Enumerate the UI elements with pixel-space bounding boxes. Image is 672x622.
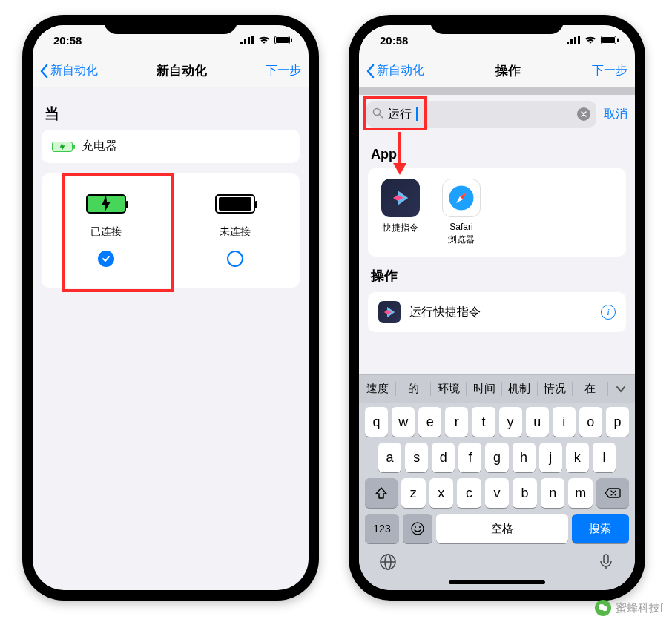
phone-left: 20:58 新自动化 新自动化 (22, 15, 319, 601)
key-row-2: a s d f g h j k l (362, 443, 632, 472)
app-safari[interactable]: Safari 浏览器 (439, 179, 484, 246)
key-l[interactable]: l (593, 443, 616, 472)
action-run-shortcut[interactable]: 运行快捷指令 i (368, 292, 626, 332)
app-safari-label1: Safari (449, 222, 472, 232)
wechat-icon (595, 600, 611, 616)
search-row: 运行 取消 (359, 95, 635, 133)
charger-card[interactable]: 充电器 (42, 130, 300, 163)
nav-title: 新自动化 (157, 62, 207, 79)
back-button[interactable]: 新自动化 (366, 63, 424, 79)
key-emoji[interactable] (403, 514, 432, 543)
key-123[interactable]: 123 (365, 514, 399, 543)
cancel-button[interactable]: 取消 (604, 107, 627, 122)
key-shift[interactable] (365, 478, 398, 508)
notch (430, 15, 564, 34)
key-space[interactable]: 空格 (436, 514, 568, 543)
svg-point-19 (412, 523, 424, 535)
svg-rect-13 (617, 39, 619, 42)
keyboard: 速度 的 环境 时间 机制 情况 在 q w e r (359, 374, 635, 590)
key-e[interactable]: e (418, 407, 441, 437)
key-d[interactable]: d (432, 443, 455, 472)
nav-title: 操作 (495, 62, 521, 79)
key-j[interactable]: j (539, 443, 562, 472)
suggestion-bar: 速度 的 环境 时间 机制 情况 在 (359, 374, 635, 403)
shortcuts-mini-icon (378, 301, 401, 323)
suggestion[interactable]: 速度 (360, 382, 396, 396)
back-label: 新自动化 (377, 63, 424, 79)
clear-button[interactable] (577, 107, 590, 121)
key-p[interactable]: p (606, 407, 629, 437)
key-r[interactable]: r (445, 407, 468, 437)
key-z[interactable]: z (401, 478, 426, 508)
key-i[interactable]: i (553, 407, 576, 437)
home-indicator[interactable] (449, 580, 545, 584)
signal-icon (240, 36, 254, 44)
key-a[interactable]: a (378, 443, 401, 472)
phone-right: 20:58 新自动化 操作 (349, 15, 645, 601)
back-button[interactable]: 新自动化 (40, 63, 98, 79)
key-v[interactable]: v (485, 478, 510, 508)
suggestion[interactable]: 机制 (502, 382, 538, 396)
svg-rect-6 (291, 39, 292, 42)
wifi-icon (258, 36, 270, 44)
suggestion[interactable]: 环境 (431, 382, 467, 396)
option-disconnected[interactable]: 未连接 (171, 188, 300, 273)
key-g[interactable]: g (485, 443, 508, 472)
app-shortcuts[interactable]: 快捷指令 (378, 179, 423, 246)
key-s[interactable]: s (405, 443, 428, 472)
suggestion[interactable]: 的 (396, 382, 432, 396)
suggestion[interactable]: 时间 (467, 382, 502, 396)
key-q[interactable]: q (365, 407, 388, 437)
nav-bar: 新自动化 新自动化 下一步 (33, 55, 309, 87)
svg-rect-0 (240, 42, 243, 44)
key-row-4: 123 空格 搜索 (362, 514, 632, 543)
safari-app-icon (442, 179, 481, 217)
section-actions-label: 操作 (371, 267, 623, 285)
svg-point-21 (419, 526, 421, 528)
key-delete[interactable] (596, 478, 629, 508)
key-o[interactable]: o (579, 407, 602, 437)
arrow-icon (390, 130, 409, 181)
key-y[interactable]: y (499, 407, 522, 437)
key-t[interactable]: t (472, 407, 495, 437)
battery-full-icon (215, 194, 255, 214)
collapse-suggestions-button[interactable] (608, 386, 633, 393)
mic-button[interactable] (596, 552, 616, 572)
next-button[interactable]: 下一步 (592, 63, 627, 79)
key-f[interactable]: f (458, 443, 481, 472)
radio-unchecked[interactable] (227, 251, 243, 267)
svg-rect-1 (244, 39, 246, 44)
key-n[interactable]: n (541, 478, 565, 508)
content-left: 当 充电器 已连接 (33, 87, 309, 590)
nav-bar: 新自动化 操作 下一步 (359, 55, 635, 87)
key-search[interactable]: 搜索 (572, 514, 629, 543)
svg-rect-25 (604, 555, 608, 563)
key-u[interactable]: u (526, 407, 549, 437)
key-c[interactable]: c (457, 478, 481, 508)
svg-rect-10 (578, 36, 580, 44)
key-h[interactable]: h (513, 443, 536, 472)
key-row-3: z x c v b n m (362, 478, 632, 508)
option-disconnected-label: 未连接 (220, 225, 251, 239)
watermark-text: 蜜蜂科技f (616, 601, 663, 615)
svg-rect-3 (251, 36, 254, 44)
info-button[interactable]: i (601, 305, 616, 320)
svg-rect-7 (567, 42, 569, 44)
key-x[interactable]: x (429, 478, 454, 508)
back-label: 新自动化 (50, 63, 98, 79)
status-time: 20:58 (53, 34, 82, 47)
highlight-search (363, 96, 427, 130)
suggestion[interactable]: 情况 (538, 382, 573, 396)
key-k[interactable]: k (566, 443, 589, 472)
svg-rect-2 (248, 37, 250, 44)
next-button[interactable]: 下一步 (266, 63, 301, 79)
suggestion[interactable]: 在 (573, 382, 608, 396)
key-w[interactable]: w (392, 407, 415, 437)
key-b[interactable]: b (513, 478, 537, 508)
globe-button[interactable] (378, 552, 398, 572)
svg-rect-9 (574, 37, 576, 44)
key-m[interactable]: m (568, 478, 593, 508)
svg-rect-8 (570, 39, 573, 44)
status-time: 20:58 (380, 34, 408, 47)
status-icons (567, 36, 619, 44)
